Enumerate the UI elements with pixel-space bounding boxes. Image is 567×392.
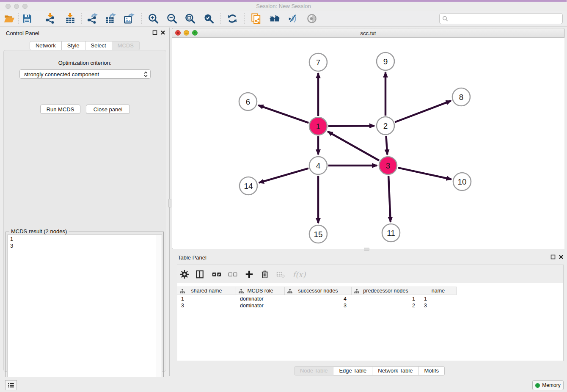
optimization-criterion-dropdown[interactable]: strongly connected component — [19, 69, 151, 79]
table-cell-name[interactable]: 3 — [420, 302, 457, 309]
table-cell-predecessor-nodes[interactable]: 2 — [352, 302, 420, 309]
column-view-icon — [195, 270, 204, 279]
deselect-all-button[interactable] — [227, 269, 238, 280]
column-view-button[interactable] — [194, 269, 205, 280]
graph-node-3[interactable]: 3 — [379, 157, 397, 174]
close-panel-icon[interactable] — [160, 29, 166, 36]
add-row-button[interactable] — [244, 269, 255, 280]
column-header-MCDS-role[interactable]: MCDS role — [236, 287, 285, 295]
search-field[interactable] — [439, 13, 563, 24]
optimization-criterion-label: Optimization criterion: — [4, 60, 166, 66]
table-cell-MCDS-role[interactable]: dominator — [236, 295, 285, 302]
graph-edge-3-11[interactable] — [388, 176, 391, 222]
zoom-in-button[interactable] — [147, 12, 160, 25]
save-session-button[interactable] — [21, 12, 33, 25]
table-cell-shared-name[interactable]: 1 — [177, 295, 236, 302]
table-cell-shared-name[interactable]: 3 — [177, 302, 236, 309]
function-builder-button: f(x) — [292, 269, 307, 280]
refresh-view-button[interactable] — [226, 12, 239, 25]
graph-node-10[interactable]: 10 — [453, 173, 471, 190]
graph-edge-2-3[interactable] — [386, 136, 388, 155]
tab-network-table[interactable]: Network Table — [372, 366, 418, 375]
tab-style[interactable]: Style — [62, 41, 85, 50]
tab-mcds[interactable]: MCDS — [112, 41, 140, 50]
import-table-icon — [65, 13, 76, 24]
hide-graphics-details-button[interactable] — [286, 12, 299, 25]
tab-network[interactable]: Network — [30, 41, 62, 50]
table-row: 3dominator323 — [177, 302, 563, 309]
graph-edge-1-6[interactable] — [259, 105, 309, 123]
zoom-selected-button[interactable] — [202, 12, 215, 25]
column-header-shared-name[interactable]: shared name — [177, 287, 236, 295]
close-panel-button[interactable]: Close panel — [86, 105, 130, 114]
home-icon — [269, 13, 280, 24]
clone-network-button[interactable] — [250, 12, 262, 25]
export-image-button[interactable] — [123, 12, 135, 25]
graph-node-label: 6 — [246, 97, 250, 106]
import-table-button[interactable] — [64, 12, 77, 25]
hide-graphics-details-icon — [287, 13, 298, 24]
table-cell-predecessor-nodes[interactable]: 1 — [352, 295, 420, 302]
graph-node-1[interactable]: 1 — [309, 117, 327, 135]
graph-node-7[interactable]: 7 — [309, 53, 327, 71]
import-network-button[interactable] — [44, 12, 57, 25]
tab-node-table[interactable]: Node Table — [294, 366, 334, 375]
graph-node-6[interactable]: 6 — [239, 93, 257, 110]
graph-node-label: 3 — [386, 161, 391, 170]
graph-node-9[interactable]: 9 — [377, 52, 394, 70]
table-float-icon[interactable] — [550, 254, 556, 260]
export-table-icon — [105, 13, 116, 24]
table-cell-successor-nodes[interactable]: 4 — [285, 295, 352, 302]
tab-select[interactable]: Select — [85, 41, 112, 50]
result-scrollbar[interactable] — [156, 235, 162, 388]
table-cell-MCDS-role[interactable]: dominator — [236, 302, 285, 309]
network-canvas[interactable]: 7968124314101511 — [173, 38, 564, 249]
search-input[interactable] — [450, 14, 562, 23]
horizontal-splitter-grip[interactable] — [364, 248, 369, 251]
memory-button[interactable]: Memory — [532, 380, 564, 390]
select-all-button[interactable] — [211, 269, 222, 280]
attribute-type-icon — [287, 289, 292, 294]
run-mcds-button[interactable]: Run MCDS — [40, 105, 80, 114]
graph-node-label: 4 — [316, 161, 321, 170]
home-button[interactable] — [268, 12, 281, 25]
network-window-title: scc.txt — [172, 30, 564, 36]
graph-node-14[interactable]: 14 — [239, 177, 257, 195]
tab-motifs[interactable]: Motifs — [418, 366, 445, 375]
graph-edge-4-14[interactable] — [259, 168, 308, 183]
graph-node-4[interactable]: 4 — [309, 157, 327, 174]
table-close-icon[interactable] — [558, 254, 564, 260]
zoom-fit-button[interactable] — [184, 12, 196, 25]
graph-node-8[interactable]: 8 — [452, 88, 470, 106]
graph-edge-2-8[interactable] — [395, 101, 451, 122]
zoom-out-button[interactable] — [165, 12, 178, 25]
open-file-button[interactable] — [3, 12, 16, 25]
vertical-splitter-grip[interactable] — [168, 199, 171, 207]
column-header-successor-nodes[interactable]: successor nodes — [285, 287, 352, 295]
memory-label: Memory — [542, 382, 560, 388]
select-all-icon — [212, 270, 221, 279]
float-panel-icon[interactable] — [151, 29, 158, 36]
column-header-name[interactable]: name — [420, 287, 457, 295]
graph-edge-3-10[interactable] — [398, 168, 451, 179]
table-cell-name[interactable]: 1 — [420, 295, 457, 302]
network-window-titlebar[interactable]: x – + scc.txt — [172, 28, 564, 38]
delete-row-button[interactable] — [259, 269, 270, 280]
tab-edge-table[interactable]: Edge Table — [333, 366, 372, 375]
save-session-icon — [22, 13, 33, 24]
graph-edge-3-1[interactable] — [328, 132, 380, 160]
mcds-result-groupbox: MCDS result (2 nodes) 1 3 — [6, 232, 164, 390]
settings-gear-button[interactable] — [179, 269, 190, 280]
show-graphics-eye-button[interactable] — [306, 12, 318, 25]
column-header-predecessor-nodes[interactable]: predecessor nodes — [352, 287, 420, 295]
graph-node-2[interactable]: 2 — [377, 117, 394, 135]
export-network-button[interactable] — [86, 12, 99, 25]
mcds-result-area[interactable]: 1 3 — [7, 235, 162, 389]
graph-node-15[interactable]: 15 — [309, 225, 327, 243]
table-cell-successor-nodes[interactable]: 3 — [285, 302, 352, 309]
graph-node-label: 10 — [457, 177, 466, 186]
graph-node-11[interactable]: 11 — [382, 224, 400, 242]
export-table-button[interactable] — [104, 12, 117, 25]
graph-edge-1-2[interactable] — [328, 126, 374, 126]
task-history-button[interactable] — [5, 380, 17, 390]
